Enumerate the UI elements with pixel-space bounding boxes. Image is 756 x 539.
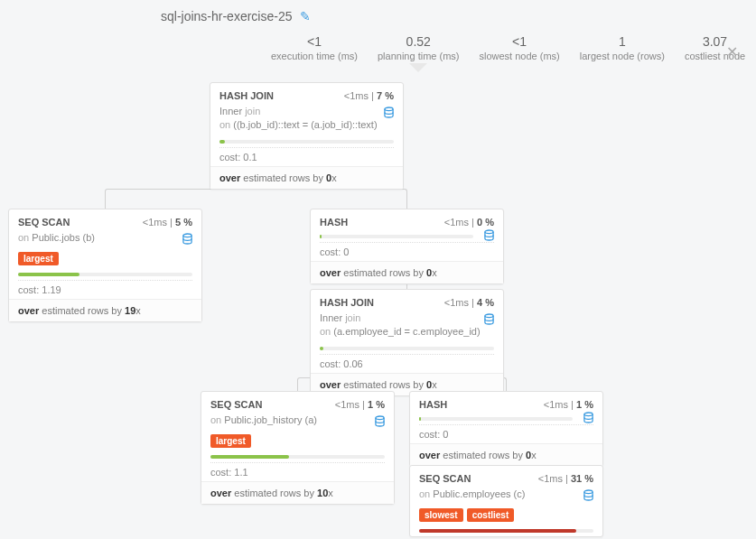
node-detail: Inner join on ((b.job_id)::text = (a.job…: [210, 105, 403, 136]
node-seq-scan-job-history[interactable]: SEQ SCAN <1ms | 1 % on Public.job_histor…: [201, 391, 395, 505]
node-header: HASH <1ms | 0 %: [311, 209, 503, 231]
node-hash-1[interactable]: HASH <1ms | 0 % cost: 0 over estimated r…: [310, 209, 504, 284]
node-header: SEQ SCAN <1ms | 5 %: [9, 209, 201, 231]
database-icon: [384, 107, 394, 118]
page-title-row: sql-joins-hr-exercise-25 ✎: [161, 9, 311, 23]
stat-largest: 1 largest node (rows): [580, 34, 665, 61]
database-icon: [484, 229, 494, 241]
estimate-row: over estimated rows by 19x: [9, 299, 201, 321]
node-header: SEQ SCAN <1ms | 1 %: [201, 392, 394, 414]
estimate-row: over estimated rows by 0x: [311, 261, 503, 283]
database-icon: [182, 233, 192, 245]
node-hash-2[interactable]: HASH <1ms | 1 % cost: 0 over estimated r…: [409, 391, 603, 467]
node-detail: on Public.job_history (a): [201, 414, 394, 431]
stat-plan-time: 0.52 planning time (ms): [378, 34, 459, 61]
page-title: sql-joins-hr-exercise-25: [161, 9, 293, 23]
connector: [105, 189, 407, 209]
database-icon: [484, 313, 494, 325]
estimate-row: over estimated rows by 10x: [201, 481, 394, 504]
svg-point-4: [376, 416, 384, 420]
edit-icon[interactable]: ✎: [300, 9, 311, 23]
svg-point-3: [485, 314, 493, 318]
node-seq-scan-jobs[interactable]: SEQ SCAN <1ms | 5 % on Public.jobs (b) l…: [8, 209, 202, 322]
svg-point-5: [584, 413, 593, 416]
node-header: HASH <1ms | 1 %: [410, 392, 602, 414]
badge-largest: largest: [18, 252, 59, 265]
svg-point-0: [385, 107, 393, 111]
stat-exec-time: <1 execution time (ms): [271, 34, 358, 61]
close-icon[interactable]: ✕: [726, 43, 738, 60]
node-header: HASH JOIN <1ms | 4 %: [311, 290, 503, 311]
node-detail: Inner join on (a.employee_id = c.employe…: [311, 311, 503, 343]
estimate-row: over estimated rows by 0x: [410, 443, 602, 466]
node-detail: on Public.employees (c): [410, 488, 602, 505]
pointer-icon: [409, 63, 427, 72]
estimate-row: over estimated rows by 0x: [210, 166, 403, 189]
node-header: HASH JOIN <1ms | 7 %: [210, 83, 403, 105]
stat-slowest: <1 slowest node (ms): [479, 34, 559, 61]
database-icon: [375, 415, 385, 427]
node-seq-scan-employees[interactable]: SEQ SCAN <1ms | 31 % on Public.employees…: [409, 465, 603, 537]
database-icon: [583, 412, 593, 423]
badge-largest: largest: [210, 434, 251, 448]
node-detail: on Public.jobs (b): [9, 231, 201, 248]
svg-point-1: [183, 234, 191, 237]
stats-bar: <1 execution time (ms) 0.52 planning tim…: [271, 34, 745, 61]
node-hash-join-1[interactable]: HASH JOIN <1ms | 7 % Inner join on ((b.j…: [210, 82, 404, 190]
svg-point-2: [485, 230, 493, 234]
node-hash-join-2[interactable]: HASH JOIN <1ms | 4 % Inner join on (a.em…: [310, 289, 504, 396]
database-icon: [583, 489, 593, 501]
svg-point-6: [584, 490, 593, 494]
badge-costliest: costliest: [467, 508, 515, 522]
node-header: SEQ SCAN <1ms | 31 %: [410, 466, 602, 488]
badge-slowest: slowest: [419, 508, 463, 522]
